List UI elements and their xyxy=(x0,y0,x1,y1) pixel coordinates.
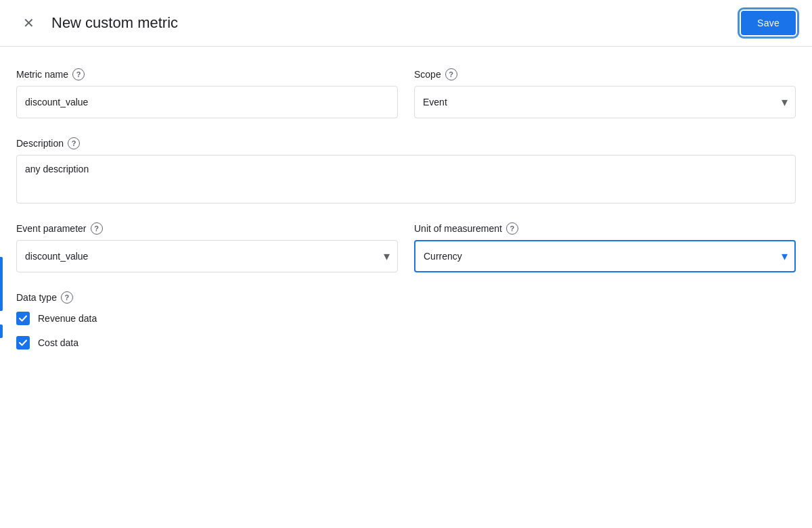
description-label: Description ? xyxy=(16,137,796,149)
unit-of-measurement-select-wrapper: Currency Standard Distance (ft) Distance… xyxy=(414,240,796,272)
checkbox-group: Revenue data Cost data xyxy=(16,312,796,350)
scope-label: Scope ? xyxy=(414,68,796,80)
metric-name-help-icon[interactable]: ? xyxy=(72,68,85,80)
scope-help-icon[interactable]: ? xyxy=(445,68,457,80)
new-custom-metric-dialog: ✕ New custom metric Save Metric name ? S… xyxy=(0,0,812,528)
unit-of-measurement-label: Unit of measurement ? xyxy=(414,222,796,235)
event-parameter-label: Event parameter ? xyxy=(16,222,398,235)
dialog-body: Metric name ? Scope ? Event User Item ▾ xyxy=(0,47,812,371)
scope-group: Scope ? Event User Item ▾ xyxy=(414,68,796,118)
cost-data-checkbox-item[interactable]: Cost data xyxy=(16,336,796,350)
close-icon: ✕ xyxy=(23,15,35,31)
dialog-header: ✕ New custom metric Save xyxy=(0,0,812,47)
event-parameter-select[interactable]: discount_value xyxy=(16,240,398,272)
cost-data-checkbox[interactable] xyxy=(16,336,30,350)
dialog-header-left: ✕ New custom metric xyxy=(16,11,178,35)
cost-data-checkmark-icon xyxy=(18,338,28,347)
metric-name-input[interactable] xyxy=(16,86,398,118)
close-button[interactable]: ✕ xyxy=(16,11,41,35)
revenue-data-checkbox-item[interactable]: Revenue data xyxy=(16,312,796,325)
revenue-data-label: Revenue data xyxy=(38,313,97,324)
data-type-label: Data type ? xyxy=(16,291,796,304)
scope-select[interactable]: Event User Item xyxy=(414,86,796,118)
data-type-help-icon[interactable]: ? xyxy=(61,291,73,304)
form-row-event-unit: Event parameter ? discount_value ▾ Unit … xyxy=(16,222,796,272)
form-row-metric-scope: Metric name ? Scope ? Event User Item ▾ xyxy=(16,68,796,118)
unit-of-measurement-group: Unit of measurement ? Currency Standard … xyxy=(414,222,796,272)
metric-name-label: Metric name ? xyxy=(16,68,398,80)
event-parameter-group: Event parameter ? discount_value ▾ xyxy=(16,222,398,272)
description-group: Description ? any description xyxy=(16,137,796,203)
event-parameter-help-icon[interactable]: ? xyxy=(91,222,103,235)
metric-name-group: Metric name ? xyxy=(16,68,398,118)
description-help-icon[interactable]: ? xyxy=(68,137,80,149)
dialog-title: New custom metric xyxy=(51,14,178,32)
form-row-description: Description ? any description xyxy=(16,137,796,203)
revenue-data-checkmark-icon xyxy=(18,314,28,323)
left-accent-bar xyxy=(0,257,3,311)
description-input[interactable]: any description xyxy=(16,155,796,203)
data-type-section: Data type ? Revenue data xyxy=(16,291,796,350)
cost-data-label: Cost data xyxy=(38,337,78,348)
left-accent-bar2 xyxy=(0,325,3,338)
scope-select-wrapper: Event User Item ▾ xyxy=(414,86,796,118)
revenue-data-checkbox[interactable] xyxy=(16,312,30,325)
unit-of-measurement-help-icon[interactable]: ? xyxy=(506,222,518,235)
event-parameter-select-wrapper: discount_value ▾ xyxy=(16,240,398,272)
unit-of-measurement-select[interactable]: Currency Standard Distance (ft) Distance… xyxy=(414,240,796,272)
save-button[interactable]: Save xyxy=(741,11,796,35)
